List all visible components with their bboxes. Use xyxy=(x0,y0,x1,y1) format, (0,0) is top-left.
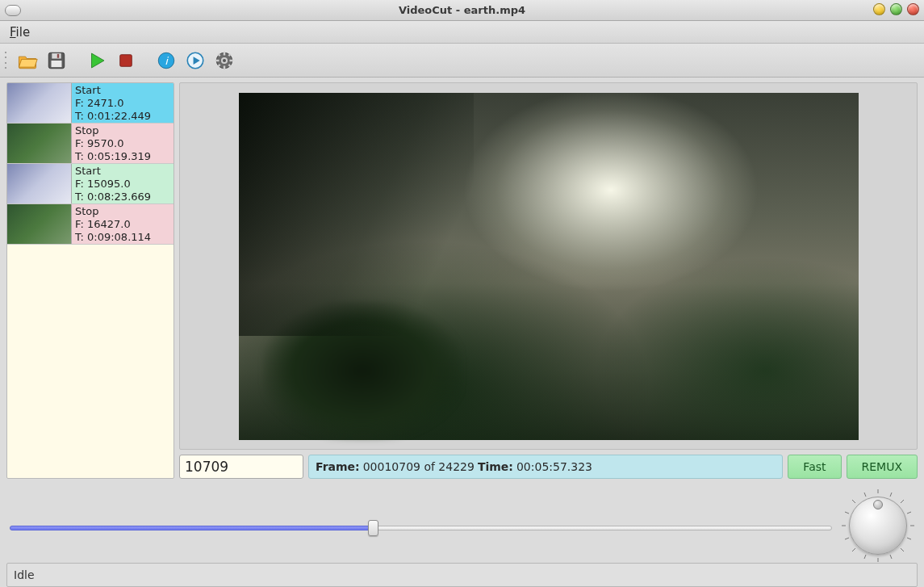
frame-info-frame-value: 00010709 of 24229 xyxy=(363,460,475,473)
svg-rect-13 xyxy=(224,65,225,69)
cut-thumbnail xyxy=(7,83,72,123)
toolbar-grip[interactable] xyxy=(5,50,10,71)
stop-icon xyxy=(115,50,136,71)
cut-list-item[interactable]: StartF: 2471.0T: 0:01:22.449 xyxy=(7,83,174,124)
svg-rect-15 xyxy=(230,59,233,61)
info-icon: i xyxy=(156,50,177,71)
cut-frame: F: 2471.0 xyxy=(75,97,151,110)
svg-line-27 xyxy=(901,500,904,503)
svg-line-30 xyxy=(890,493,892,497)
svg-rect-12 xyxy=(224,52,225,55)
svg-line-34 xyxy=(845,538,849,539)
window-close-button[interactable] xyxy=(907,3,919,15)
cut-list-item[interactable]: StopF: 9570.0T: 0:05:19.319 xyxy=(7,124,174,164)
status-bar: Idle xyxy=(6,563,918,587)
play-circle-button[interactable] xyxy=(182,48,208,73)
save-icon xyxy=(46,50,67,71)
svg-rect-1 xyxy=(52,53,61,59)
svg-point-20 xyxy=(223,58,226,61)
status-text: Idle xyxy=(14,568,35,581)
svg-line-31 xyxy=(864,555,866,559)
svg-rect-14 xyxy=(215,59,219,61)
cut-text: StartF: 2471.0T: 0:01:22.449 xyxy=(72,83,154,123)
cut-kind: Stop xyxy=(75,205,151,218)
menu-file-label: ile xyxy=(16,25,31,40)
play-circle-icon xyxy=(185,50,206,71)
cut-thumbnail xyxy=(7,164,72,203)
open-button[interactable] xyxy=(15,48,40,73)
cut-time: T: 0:08:23.669 xyxy=(75,191,151,203)
cut-frame: F: 15095.0 xyxy=(75,178,151,191)
frame-spinbox[interactable]: ▲ ▼ xyxy=(179,455,303,479)
window-title: VideoCut - earth.mp4 xyxy=(0,4,924,16)
remux-button[interactable]: REMUX xyxy=(847,455,918,479)
frame-info: Frame: 00010709 of 24229 Time: 00:05:57.… xyxy=(308,455,783,479)
svg-rect-2 xyxy=(52,61,62,67)
frame-info-time-value: 00:05:57.323 xyxy=(516,460,592,473)
cut-frame: F: 9570.0 xyxy=(75,137,151,150)
settings-button[interactable] xyxy=(211,48,237,73)
jog-dial[interactable] xyxy=(842,489,914,562)
slider-fill xyxy=(10,526,373,530)
slider-thumb[interactable] xyxy=(368,520,378,536)
svg-line-28 xyxy=(852,548,855,551)
menu-file[interactable]: File xyxy=(5,23,35,42)
window-maximize-button[interactable] xyxy=(890,3,902,15)
timeline-slider[interactable] xyxy=(10,524,832,532)
video-frame-image xyxy=(239,93,859,440)
cut-time: T: 0:09:08.114 xyxy=(75,231,151,244)
frame-info-frame-label: Frame: xyxy=(316,460,360,473)
dial-indicator xyxy=(873,500,883,509)
cut-thumbnail xyxy=(7,124,72,163)
svg-marker-4 xyxy=(92,53,104,68)
cut-list-item[interactable]: StopF: 16427.0T: 0:09:08.114 xyxy=(7,204,174,245)
cut-time: T: 0:01:22.449 xyxy=(75,110,151,123)
svg-line-32 xyxy=(890,555,892,559)
cut-kind: Stop xyxy=(75,124,151,137)
window-minimize-button[interactable] xyxy=(873,3,885,15)
cut-frame: F: 16427.0 xyxy=(75,218,151,231)
play-icon xyxy=(86,50,107,71)
stop-button[interactable] xyxy=(113,48,139,73)
svg-line-26 xyxy=(901,548,904,551)
svg-rect-3 xyxy=(57,53,59,57)
cut-list-item[interactable]: StartF: 15095.0T: 0:08:23.669 xyxy=(7,164,174,204)
svg-rect-5 xyxy=(120,54,132,66)
toolbar: i xyxy=(0,44,924,78)
frame-info-time-label: Time: xyxy=(478,460,513,473)
video-preview[interactable] xyxy=(179,82,918,450)
cut-thumbnail xyxy=(7,204,72,244)
cut-list[interactable]: StartF: 2471.0T: 0:01:22.449StopF: 9570.… xyxy=(6,82,174,479)
cut-text: StopF: 9570.0T: 0:05:19.319 xyxy=(72,124,154,163)
cut-text: StopF: 16427.0T: 0:09:08.114 xyxy=(72,204,154,244)
cut-kind: Start xyxy=(75,165,151,178)
play-button[interactable] xyxy=(84,48,110,73)
cut-text: StartF: 15095.0T: 0:08:23.669 xyxy=(72,164,154,203)
save-button[interactable] xyxy=(44,48,69,73)
cut-time: T: 0:05:19.319 xyxy=(75,150,151,163)
svg-line-25 xyxy=(852,500,855,503)
svg-line-29 xyxy=(864,493,866,497)
menubar: File xyxy=(0,21,924,44)
svg-line-33 xyxy=(845,512,849,514)
svg-line-35 xyxy=(907,512,911,514)
cut-kind: Start xyxy=(75,84,151,97)
fast-button[interactable]: Fast xyxy=(788,455,841,479)
svg-line-36 xyxy=(907,538,911,539)
open-folder-icon xyxy=(17,50,38,71)
info-button[interactable]: i xyxy=(153,48,179,73)
gear-icon xyxy=(214,50,235,71)
window-titlebar: VideoCut - earth.mp4 xyxy=(0,0,924,21)
